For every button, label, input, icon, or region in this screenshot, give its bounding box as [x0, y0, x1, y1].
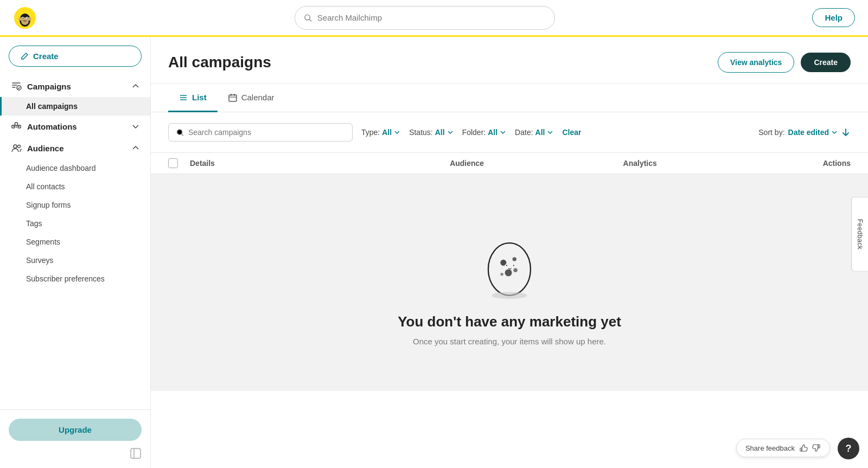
sidebar: Create Campaigns All campaigns [0, 37, 151, 468]
svg-line-29 [181, 133, 183, 136]
date-filter-label: Date: [515, 128, 533, 137]
search-campaigns-wrap[interactable] [168, 123, 353, 142]
sort-value[interactable]: Date edited [788, 128, 838, 137]
main-header: All campaigns View analytics Create [151, 37, 868, 84]
empty-state: You don't have any marketing yet Once yo… [151, 174, 868, 391]
empty-state-illustration [477, 230, 542, 300]
sidebar-item-all-campaigns[interactable]: All campaigns [0, 97, 150, 116]
tab-list-label: List [192, 93, 207, 102]
col-header-actions: Actions [796, 159, 851, 168]
help-circle-label: ? [846, 443, 852, 454]
date-filter-value: All [535, 128, 545, 137]
date-filter[interactable]: Date: All [515, 128, 553, 137]
topbar: Help [0, 0, 868, 37]
svg-point-35 [500, 273, 503, 276]
campaigns-search-icon [176, 129, 184, 137]
type-filter-value: All [382, 128, 392, 137]
chevron-down-automations-icon [132, 123, 139, 130]
logo[interactable] [13, 6, 37, 30]
automations-section-header[interactable]: Automations [0, 116, 150, 137]
svg-rect-24 [229, 95, 237, 101]
svg-point-40 [513, 265, 514, 266]
sidebar-item-surveys[interactable]: Surveys [0, 251, 150, 270]
sort-descending-icon[interactable] [841, 127, 851, 137]
feedback-side-tab[interactable]: Feedback [851, 196, 868, 272]
help-button[interactable]: Help [812, 8, 855, 27]
share-feedback-bar[interactable]: Share feedback [736, 439, 830, 457]
help-circle-button[interactable]: ? [838, 438, 859, 459]
col-header-analytics: Analytics [623, 159, 796, 168]
sidebar-item-audience-dashboard[interactable]: Audience dashboard [0, 159, 150, 177]
tabs-bar: List Calendar [151, 84, 868, 112]
svg-point-32 [513, 257, 516, 261]
chevron-down-sort-icon [831, 129, 838, 136]
svg-rect-14 [15, 123, 18, 125]
folder-filter[interactable]: Folder: All [462, 128, 506, 137]
sidebar-item-segments[interactable]: Segments [0, 233, 150, 251]
campaigns-section-label: Campaigns [27, 82, 71, 91]
campaigns-icon [11, 81, 22, 92]
empty-state-title: You don't have any marketing yet [398, 313, 621, 330]
svg-rect-42 [818, 445, 820, 448]
search-icon [304, 14, 312, 22]
sidebar-item-signup-forms[interactable]: Signup forms [0, 196, 150, 214]
sidebar-create-button[interactable]: Create [9, 46, 142, 67]
svg-rect-41 [800, 448, 802, 451]
folder-filter-value: All [488, 128, 497, 137]
view-analytics-button[interactable]: View analytics [718, 52, 794, 73]
sidebar-item-subscriber-preferences[interactable]: Subscriber preferences [0, 270, 150, 288]
svg-line-10 [309, 19, 311, 21]
col-header-audience: Audience [450, 159, 623, 168]
sidebar-collapse-btn[interactable] [9, 447, 142, 459]
empty-state-subtitle: Once you start creating, your items will… [413, 337, 606, 346]
svg-rect-19 [131, 448, 141, 458]
type-filter[interactable]: Type: All [361, 128, 400, 137]
global-search-input[interactable] [317, 13, 546, 22]
sort-group: Sort by: Date edited [758, 127, 851, 137]
chevron-up-audience-icon [132, 144, 139, 152]
clear-filters-button[interactable]: Clear [562, 128, 581, 137]
select-all-checkbox-wrap [168, 158, 190, 168]
sidebar-item-all-contacts[interactable]: All contacts [0, 177, 150, 196]
status-filter-label: Status: [409, 128, 433, 137]
collapse-sidebar-icon [130, 447, 142, 459]
svg-point-39 [506, 265, 507, 266]
svg-point-11 [17, 86, 21, 90]
sidebar-bottom: Upgrade [0, 409, 150, 468]
table-header: Details Audience Analytics Actions [151, 152, 868, 174]
svg-point-30 [488, 243, 531, 296]
tab-calendar[interactable]: Calendar [218, 84, 285, 112]
audience-section-header[interactable]: Audience [0, 137, 150, 159]
chevron-up-icon [132, 82, 139, 90]
global-search-box[interactable] [295, 6, 555, 30]
filter-group: Type: All Status: All Folder: All [361, 128, 750, 137]
thumbs-up-icon [799, 444, 808, 452]
tab-calendar-label: Calendar [241, 93, 275, 102]
sidebar-create-label: Create [33, 52, 59, 61]
sort-label: Sort by: [758, 128, 784, 137]
status-filter-value: All [435, 128, 445, 137]
sidebar-item-tags[interactable]: Tags [0, 214, 150, 233]
campaigns-section-header[interactable]: Campaigns [0, 75, 150, 97]
svg-point-7 [18, 17, 23, 21]
automations-section-label: Automations [27, 122, 77, 131]
audience-section-label: Audience [27, 144, 64, 153]
select-all-checkbox[interactable] [168, 158, 178, 168]
main-header-actions: View analytics Create [718, 52, 851, 73]
folder-filter-label: Folder: [462, 128, 486, 137]
share-feedback-label: Share feedback [745, 444, 795, 452]
svg-point-17 [14, 145, 17, 148]
chevron-down-folder-icon [500, 129, 506, 136]
chevron-down-status-icon [447, 129, 454, 136]
col-header-details: Details [190, 159, 450, 168]
sidebar-nav: Campaigns All campaigns [0, 71, 150, 409]
search-campaigns-input[interactable] [188, 128, 344, 137]
create-campaign-button[interactable]: Create [801, 53, 851, 72]
upgrade-button[interactable]: Upgrade [9, 419, 142, 441]
pencil-icon [20, 52, 29, 61]
status-filter[interactable]: Status: All [409, 128, 453, 137]
tab-list[interactable]: List [168, 84, 218, 112]
filters-row: Type: All Status: All Folder: All [151, 112, 868, 152]
thumbs-down-icon [812, 444, 821, 452]
svg-point-9 [305, 15, 310, 20]
